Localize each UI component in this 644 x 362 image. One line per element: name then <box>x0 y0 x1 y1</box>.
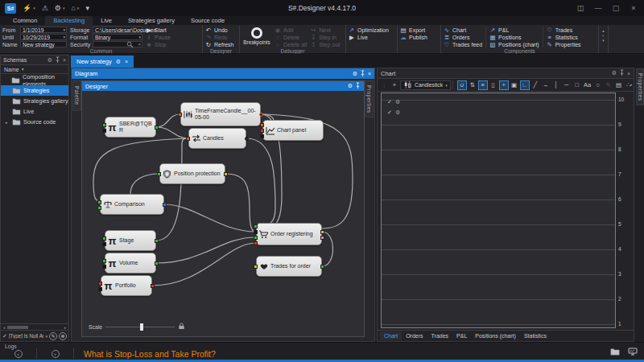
pin-icon[interactable] <box>355 82 361 90</box>
green-port[interactable] <box>102 123 106 127</box>
clear-filter-button[interactable]: ⊗ <box>59 332 67 340</box>
yellow-port[interactable] <box>224 172 228 176</box>
scroll-right-icon[interactable]: ▸ <box>63 325 68 330</box>
live-button[interactable]: ▶Live <box>349 34 389 40</box>
node-sber[interactable]: πSBER@TQBR <box>105 117 156 138</box>
filter-checkbox[interactable]: ✓ <box>2 333 7 339</box>
black-port[interactable] <box>98 287 102 291</box>
component-positions-chart--button[interactable]: ▧Positions (chart) <box>489 41 539 47</box>
gear-icon[interactable]: ⚙ <box>348 83 353 89</box>
component-trades-button[interactable]: ♡Trades <box>547 27 581 33</box>
black-port[interactable] <box>102 129 106 133</box>
red-port[interactable] <box>98 282 102 286</box>
red-port[interactable] <box>260 129 264 133</box>
black-port[interactable] <box>245 137 249 141</box>
open-folder-icon[interactable] <box>610 348 620 357</box>
add-element-button[interactable]: + <box>390 80 399 90</box>
prev-message-icon[interactable]: ‹ <box>14 350 23 358</box>
draw-freehand-icon[interactable]: ✎ <box>604 80 613 90</box>
green-port[interactable] <box>254 236 258 240</box>
gear-icon[interactable]: ⚙ <box>116 59 121 65</box>
gear-icon[interactable]: ⚙ <box>612 70 617 76</box>
close-icon[interactable]: × <box>63 57 66 63</box>
scrollbar-thumb[interactable] <box>7 326 28 329</box>
log-message-link[interactable]: What is Stop-Loss and Take Profit? <box>84 349 216 359</box>
tab-properties[interactable]: Properties <box>636 68 644 105</box>
series-settings-icon[interactable]: ⚙ <box>395 99 400 105</box>
node-portfolio[interactable]: πPortfolio <box>101 275 152 296</box>
sidebar-item-source-code[interactable]: ▸Source code <box>1 117 68 127</box>
delete-button[interactable]: ○Delete <box>275 34 307 40</box>
connections-icon[interactable]: ⚡▾ <box>23 4 35 12</box>
step-in-button[interactable]: ↧Step in <box>310 34 340 40</box>
next-message-icon[interactable]: › <box>52 350 60 358</box>
scroll-left-icon[interactable]: ◂ <box>2 325 6 330</box>
lock-icon[interactable] <box>178 323 185 331</box>
draw-text-icon[interactable]: Aa <box>583 80 592 90</box>
red-port[interactable] <box>254 241 258 245</box>
green-port[interactable] <box>102 237 106 241</box>
pin-icon[interactable] <box>55 56 60 64</box>
chevron-down-icon[interactable]: ▾ <box>63 35 65 39</box>
redo-button[interactable]: ↷Redo <box>205 34 234 40</box>
magnet-icon[interactable]: ∪ <box>457 80 467 90</box>
component-chart-button[interactable]: ∿Chart <box>444 27 482 33</box>
green-port[interactable] <box>97 200 101 204</box>
schemas-h-scrollbar[interactable]: ◂ ▸ <box>1 323 68 330</box>
save-image-icon[interactable]: ▤ <box>614 80 624 90</box>
new-pane-icon[interactable]: ▯ <box>489 80 498 90</box>
green-port[interactable] <box>155 125 159 130</box>
node-orderreg[interactable]: Order registering <box>256 223 322 245</box>
chart-tab-p-l[interactable]: P&L <box>452 331 471 340</box>
chevron-down-icon[interactable]: ▾ <box>63 27 65 32</box>
pin-icon[interactable] <box>619 69 625 77</box>
component-properties-button[interactable]: ✎Properties <box>547 41 581 47</box>
export-button[interactable]: ▤Export <box>400 27 427 33</box>
settings-icon[interactable]: ⚙▾ <box>55 4 65 12</box>
draw-ellipse-icon[interactable]: ○ <box>593 80 603 90</box>
undo-button[interactable]: ↶Undo <box>205 27 234 33</box>
filter-expression[interactable]: [Type] Is Null And Not... <box>9 333 44 339</box>
node-volume[interactable]: πVolume <box>105 253 156 274</box>
refresh-button[interactable]: ↻Refresh <box>205 41 234 47</box>
add-button[interactable]: ◉Add <box>275 27 307 33</box>
black-port[interactable] <box>254 230 258 234</box>
ribbon-tab-backtesting[interactable]: Backtesting <box>45 16 93 25</box>
optimization-button[interactable]: ↗Optimization <box>349 27 389 33</box>
scale-slider[interactable] <box>105 327 175 327</box>
node-comparison[interactable]: Comparison <box>100 194 164 215</box>
stop-button[interactable]: ■Stop <box>146 41 171 47</box>
sidebar-item-strategies-gallery[interactable]: Strategies gallery <box>1 96 68 106</box>
format-field[interactable]: Binary▾ <box>93 34 142 40</box>
orange-port[interactable] <box>260 123 264 127</box>
green-port[interactable] <box>97 206 101 210</box>
node-candles[interactable]: Candles <box>188 128 246 149</box>
step-out-button[interactable]: ↥Step out <box>310 41 340 47</box>
blue-port[interactable] <box>163 203 167 207</box>
series-settings-icon[interactable]: ⚙ <box>395 109 400 116</box>
toolbar-overflow-icon[interactable]: ▾ <box>85 4 89 12</box>
from-field[interactable]: 1/1/2019▾ <box>20 27 67 33</box>
tooltip-icon[interactable]: ▣ <box>510 80 519 90</box>
series-visibility-checkbox[interactable]: ✓ <box>387 109 392 116</box>
draw-arrow-icon[interactable]: → <box>541 80 551 90</box>
maximize-button[interactable]: ▢ <box>607 0 625 16</box>
expander-icon[interactable]: ▸ <box>6 120 10 125</box>
risk-warning-icon[interactable]: ⚠ <box>42 4 48 12</box>
black-port[interactable] <box>260 134 264 138</box>
black-port[interactable] <box>102 242 106 246</box>
scroll-down-icon[interactable]: ▾ <box>602 38 605 43</box>
chevron-down-icon[interactable]: ▾ <box>138 27 141 32</box>
delete-all-button[interactable]: ○Delete all <box>275 41 307 47</box>
draw-hline-icon[interactable]: ─ <box>562 80 572 90</box>
component-p-l-button[interactable]: ↗P&L <box>489 27 539 33</box>
ribbon-tab-common[interactable]: Common <box>5 16 45 25</box>
green-port[interactable] <box>157 172 161 176</box>
node-tfc[interactable]: TimeFrameCandle__00-05-00 <box>180 102 261 126</box>
tab-diagram-properties[interactable]: Properties <box>365 80 374 117</box>
axes-icon[interactable]: ∟ <box>520 80 530 90</box>
chart-tab-statistics[interactable]: Statistics <box>520 331 551 340</box>
component-orders-button[interactable]: ≣Orders <box>444 34 482 40</box>
green-port[interactable] <box>155 239 159 243</box>
gear-icon[interactable]: ⚙ <box>47 57 52 64</box>
